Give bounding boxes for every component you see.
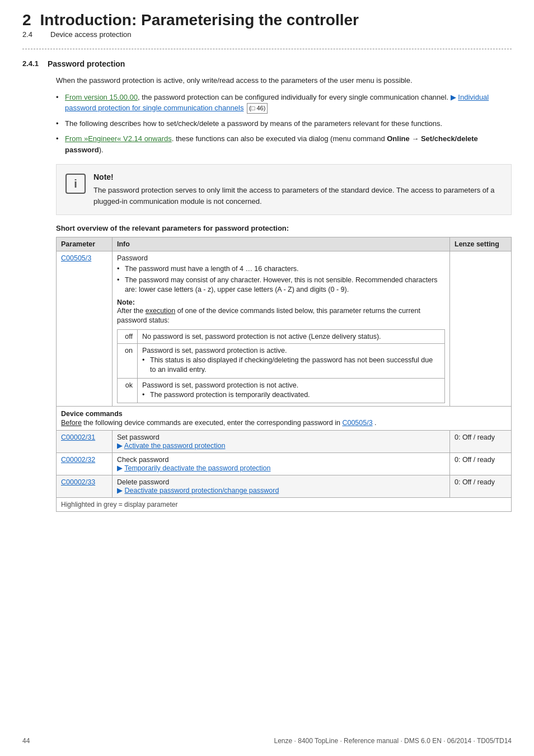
table-row-c00002-31: C00002/31 Set password ▶ Activate the pa… <box>57 431 512 453</box>
device-commands-cell: Device commands Before the following dev… <box>57 407 512 431</box>
table-header-row: Parameter Info Lenze setting <box>57 237 512 251</box>
status-key-off: off <box>118 329 138 343</box>
note-content: Note! The password protection serves to … <box>93 172 502 207</box>
link-version[interactable]: From version 15.00.00 <box>65 93 138 101</box>
status-key-ok: ok <box>118 378 138 403</box>
info-icon: i <box>65 174 86 194</box>
sub-chapter-number: 2.4 <box>22 30 50 39</box>
sub-chapter-title: Device access protection <box>50 30 132 39</box>
lenze-c00505 <box>450 251 512 407</box>
before-underline: Before <box>61 419 82 427</box>
bullet-2-text: The following describes how to set/check… <box>65 119 442 128</box>
device-commands-note: Before the following device commands are… <box>61 419 507 427</box>
bullet-1-text1: , the password protection can be configu… <box>138 93 448 101</box>
note-execution-text: After the execution of one of the device… <box>117 306 445 326</box>
divider-line <box>22 49 512 49</box>
ref-box-46: (□ 46) <box>247 103 268 114</box>
copyright-text: Lenze · 8400 TopLine · Reference manual … <box>274 737 512 745</box>
link-activate[interactable]: Activate the password protection <box>124 442 226 450</box>
param-c00002-33[interactable]: C00002/33 <box>57 475 113 498</box>
table-footer-cell: Highlighted in grey = display parameter <box>57 498 512 512</box>
bullet-item-1: From version 15.00.00, the password prot… <box>56 92 512 114</box>
status-val-ok: Password is set, password protection is … <box>138 378 445 403</box>
param-c00505[interactable]: C00505/3 <box>57 251 113 407</box>
info-password-title: Password <box>117 254 445 262</box>
col-header-parameter: Parameter <box>57 237 113 251</box>
lenze-c00002-33: 0: Off / ready <box>450 475 512 498</box>
chapter-number: 2 <box>22 11 31 29</box>
page-header: 2Introduction: Parameterising the contro… <box>22 11 512 39</box>
table-footer-row: Highlighted in grey = display parameter <box>57 498 512 512</box>
info-bullet-1: •The password must have a length of 4 … … <box>117 264 445 274</box>
status-val-off: No password is set, password protection … <box>138 329 445 343</box>
bullet-3-text2: ). <box>99 146 104 154</box>
col-header-info: Info <box>113 237 450 251</box>
device-commands-title: Device commands <box>61 410 507 418</box>
param-c00002-31[interactable]: C00002/31 <box>57 431 113 453</box>
info-c00002-33: Delete password ▶ Deactivate password pr… <box>113 475 450 498</box>
table-row-c00002-33: C00002/33 Delete password ▶ Deactivate p… <box>57 475 512 498</box>
status-key-on: on <box>118 343 138 378</box>
info-c00505: Password •The password must have a lengt… <box>113 251 450 407</box>
bullet-3-text1: . these functions can also be executed v… <box>172 134 385 143</box>
link-deactivate-change[interactable]: Deactivate password protection/change pa… <box>124 487 279 494</box>
ok-bullet: •The password protection is temporarily … <box>142 390 440 400</box>
info-c00002-32: Check password ▶ Temporarily deactivate … <box>113 453 450 475</box>
lenze-c00002-31: 0: Off / ready <box>450 431 512 453</box>
table-row-c00002-32: C00002/32 Check password ▶ Temporarily d… <box>57 453 512 475</box>
section-header: 2.4.1 Password protection <box>22 59 512 68</box>
info-bullet-2: •The password may consist of any charact… <box>117 276 445 295</box>
note-text: The password protection serves to only l… <box>93 185 502 207</box>
status-row-off: off No password is set, password protect… <box>118 329 445 343</box>
device-commands-row: Device commands Before the following dev… <box>57 407 512 431</box>
status-inner-table: off No password is set, password protect… <box>117 329 445 404</box>
col-header-lenze: Lenze setting <box>450 237 512 251</box>
section-title: Password protection <box>48 59 125 68</box>
bullet-list: From version 15.00.00, the password prot… <box>56 92 512 156</box>
section-number: 2.4.1 <box>22 59 39 68</box>
note-title: Note! <box>93 172 502 181</box>
on-bullet: •This status is also displayed if checki… <box>142 356 440 375</box>
link-temp-deactivate[interactable]: Temporarily deactivate the password prot… <box>124 464 270 472</box>
bullet-item-3: From »Engineer« V2.14 onwards. these fun… <box>56 133 512 155</box>
bullet-item-2: The following describes how to set/check… <box>56 118 512 129</box>
lenze-c00002-32: 0: Off / ready <box>450 453 512 475</box>
execution-underline: execution <box>146 307 176 315</box>
param-c00002-32[interactable]: C00002/32 <box>57 453 113 475</box>
status-val-on: Password is set, password protection is … <box>138 343 445 378</box>
note-box: i Note! The password protection serves t… <box>56 164 512 215</box>
chapter-title: Introduction: Parameterising the control… <box>40 11 359 29</box>
parameter-table: Parameter Info Lenze setting C00505/3 Pa… <box>56 237 512 512</box>
table-row-c00505: C00505/3 Password •The password must hav… <box>57 251 512 407</box>
status-row-ok: ok Password is set, password protection … <box>118 378 445 403</box>
intro-text: When the password protection is active, … <box>56 75 512 86</box>
link-c00505[interactable]: C00505/3 <box>342 419 372 427</box>
link-engineer[interactable]: From »Engineer« V2.14 onwards <box>65 134 172 143</box>
info-c00002-31: Set password ▶ Activate the password pro… <box>113 431 450 453</box>
note-label: Note: <box>117 298 445 306</box>
page-number: 44 <box>22 737 30 745</box>
footer-note-text: Highlighted in grey = display parameter <box>61 501 177 508</box>
overview-heading: Short overview of the relevant parameter… <box>56 224 512 232</box>
content-area: When the password protection is active, … <box>56 75 512 512</box>
status-row-on: on Password is set, password protection … <box>118 343 445 378</box>
page-footer: 44 Lenze · 8400 TopLine · Reference manu… <box>0 737 534 745</box>
